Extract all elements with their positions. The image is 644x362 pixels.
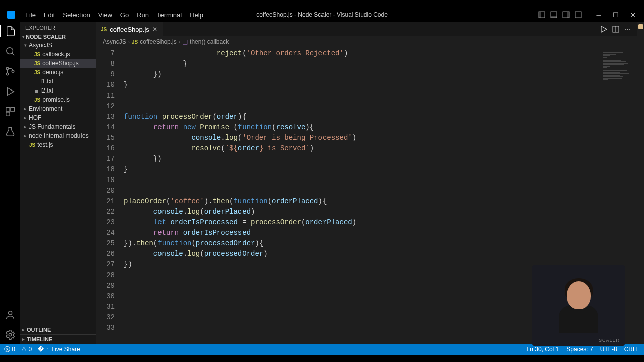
tree-node-internal-modules[interactable]: ▸node Internal modules [20,131,96,140]
status-warnings[interactable]: ⚠ 0 [21,346,32,353]
layout-btn-1[interactable] [536,9,547,20]
menu-selection[interactable]: Selection [59,9,94,21]
tab-more-icon[interactable]: ⋯ [624,26,631,33]
menu-run[interactable]: Run [133,9,153,21]
window-title: coffeeShop.js - Node Scaler - Visual Stu… [256,11,388,18]
secondary-cursor [260,304,260,313]
search-icon[interactable] [4,45,16,57]
maximize-button[interactable]: ☐ [608,9,624,20]
notification-badge[interactable] [638,24,643,29]
file-tab[interactable]: JS coffeeShop.js ✕ [96,22,163,36]
live-share[interactable]: �㆑ Live Share [38,346,80,353]
run-icon[interactable] [600,26,607,33]
close-button[interactable]: ✕ [625,9,641,20]
svg-point-18 [9,333,12,336]
vscode-logo [7,11,15,19]
layout-btn-3[interactable] [560,9,572,20]
activity-bar [0,22,20,344]
menu-help[interactable]: Help [186,9,207,21]
encoding[interactable]: UTF-8 [600,346,617,353]
svg-rect-1 [539,12,541,18]
tree-promise-js[interactable]: JSpromise.js [20,95,96,104]
close-tab-icon[interactable]: ✕ [152,26,157,33]
menu-terminal[interactable]: Terminal [153,9,186,21]
svg-rect-14 [10,108,14,111]
indent-setting[interactable]: Spaces: 7 [566,346,593,353]
tree-f1-txt[interactable]: ≣f1.txt [20,77,96,86]
sidebar-title: EXPLORER [25,25,55,31]
svg-point-9 [6,67,9,70]
right-gutter [637,22,644,344]
tree-coffeeshop-js[interactable]: JScoffeeShop.js [20,59,96,68]
menu-go[interactable]: Go [116,9,133,21]
breadcrumb[interactable]: AsyncJS› JScoffeeShop.js› ◫then() callba… [96,36,637,47]
sidebar: EXPLORER ⋯ ▾ NODE SCALER ▾AsyncJSJScallb… [20,22,96,344]
svg-rect-13 [6,108,9,111]
tree-callback-js[interactable]: JScallback.js [20,50,96,59]
section-timeline[interactable]: ▸TIMELINE [20,334,96,344]
source-control-icon[interactable] [4,65,16,77]
layout-btn-2[interactable] [548,9,559,20]
eol[interactable]: CRLF [624,346,640,353]
svg-point-10 [6,73,9,75]
settings-icon[interactable] [4,329,16,341]
svg-rect-5 [567,12,569,18]
layout-btn-4[interactable] [573,9,584,20]
tree-test-js[interactable]: JStest.js [20,140,96,149]
menu-edit[interactable]: Edit [40,9,59,21]
status-errors[interactable]: ⓧ 0 [4,345,15,354]
extensions-icon[interactable] [4,106,16,118]
svg-point-17 [8,311,12,315]
more-icon[interactable]: ⋯ [85,24,91,31]
sidebar-root[interactable]: ▾ NODE SCALER [20,33,96,41]
js-icon: JS [101,27,107,32]
tree-f2-txt[interactable]: ≣f2.txt [20,86,96,95]
title-bar: FileEditSelectionViewGoRunTerminalHelp c… [0,7,644,22]
menu-view[interactable]: View [94,9,116,21]
tree-asyncjs[interactable]: ▾AsyncJS [20,41,96,50]
account-icon[interactable] [4,309,16,321]
tree-js-fundamentals[interactable]: ▸JS Fundamentals [20,122,96,131]
cursor-position[interactable]: Ln 30, Col 1 [527,346,559,353]
tree-hof[interactable]: ▸HOF [20,113,96,122]
svg-rect-6 [575,12,581,18]
svg-line-8 [12,53,14,56]
split-editor-icon[interactable] [612,26,619,33]
svg-marker-12 [7,88,14,96]
tree-demo-js[interactable]: JSdemo.js [20,68,96,77]
minimize-button[interactable]: ─ [591,9,607,20]
menu-file[interactable]: File [21,9,40,21]
explorer-icon[interactable] [0,25,20,37]
debug-icon[interactable] [4,85,16,98]
svg-rect-15 [6,112,9,116]
section-outline[interactable]: ▸OUTLINE [20,325,96,334]
tab-filename: coffeeShop.js [110,26,149,33]
svg-marker-19 [601,26,607,32]
tree-environment[interactable]: ▸Environment [20,104,96,113]
svg-rect-3 [551,16,557,18]
webcam-overlay: SCALER [532,265,625,346]
test-icon[interactable] [4,126,16,138]
brand-watermark: SCALER [599,338,620,343]
svg-point-7 [6,48,13,54]
